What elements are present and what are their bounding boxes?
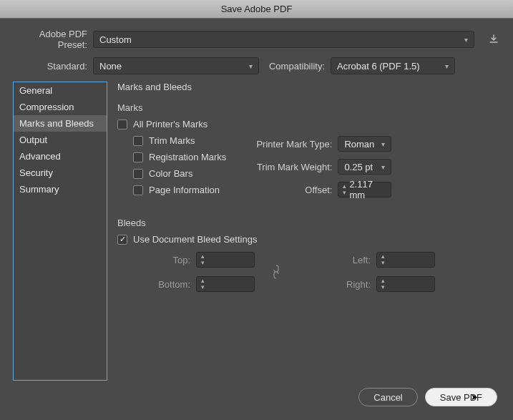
sidebar-item-advanced[interactable]: Advanced xyxy=(14,148,107,165)
stepper-icon: ▴▾ xyxy=(201,253,205,266)
chevron-down-icon: ▾ xyxy=(464,36,468,44)
save-pdf-button[interactable]: Save PDF ➤ xyxy=(425,388,497,406)
trim-marks-checkbox[interactable] xyxy=(133,136,143,146)
save-pdf-label: Save PDF xyxy=(440,392,482,403)
mark-type-value: Roman xyxy=(344,139,374,150)
mark-weight-label: Trim Mark Weight: xyxy=(243,162,338,172)
all-marks-checkbox[interactable] xyxy=(117,119,127,130)
registration-marks-label: Registration Marks xyxy=(149,152,226,162)
offset-input[interactable]: ▴▾ 2.117 mm xyxy=(338,182,391,197)
download-preset-icon[interactable] xyxy=(487,33,500,46)
sidebar-item-output[interactable]: Output xyxy=(14,132,107,148)
chevron-down-icon: ▾ xyxy=(445,62,449,70)
link-icon xyxy=(268,264,285,280)
color-bars-label: Color Bars xyxy=(149,168,192,179)
sidebar-item-marks-and-bleeds[interactable]: Marks and Bleeds xyxy=(14,115,107,132)
compat-select[interactable]: Acrobat 6 (PDF 1.5) ▾ xyxy=(331,57,455,74)
sidebar-item-compression[interactable]: Compression xyxy=(14,99,107,115)
bleed-bottom-input: ▴▾ xyxy=(196,276,255,292)
standard-value: None xyxy=(99,61,122,72)
sidebar-item-summary[interactable]: Summary xyxy=(14,181,107,197)
page-info-checkbox[interactable] xyxy=(133,185,143,195)
mark-type-label: Printer Mark Type: xyxy=(243,139,338,150)
panel-title: Marks and Bleeds xyxy=(117,82,497,92)
stepper-icon: ▴▾ xyxy=(381,278,385,290)
chevron-down-icon: ▾ xyxy=(381,140,385,148)
bleed-right-input: ▴▾ xyxy=(376,276,435,292)
sidebar-item-general[interactable]: General xyxy=(14,82,107,99)
preset-value: Custom xyxy=(99,34,132,45)
stepper-icon: ▴▾ xyxy=(381,253,385,266)
use-doc-bleed-checkbox[interactable] xyxy=(117,235,127,245)
offset-label: Offset: xyxy=(243,185,338,195)
chevron-down-icon: ▾ xyxy=(381,163,385,171)
cancel-button[interactable]: Cancel xyxy=(358,388,417,406)
category-sidebar: GeneralCompressionMarks and BleedsOutput… xyxy=(13,82,107,381)
bleeds-section-title: Bleeds xyxy=(117,218,497,228)
all-marks-label: All Printer's Marks xyxy=(133,119,207,130)
bleed-left-label: Left: xyxy=(298,255,376,265)
bleed-right-label: Right: xyxy=(298,279,376,290)
marks-section-title: Marks xyxy=(117,102,497,113)
mark-weight-select[interactable]: 0.25 pt ▾ xyxy=(338,159,391,175)
bleed-left-input: ▴▾ xyxy=(376,252,435,268)
preset-label: Adobe PDF Preset: xyxy=(13,29,93,50)
preset-select[interactable]: Custom ▾ xyxy=(93,31,474,48)
window-title: Save Adobe PDF xyxy=(0,0,513,19)
bleed-top-input: ▴▾ xyxy=(196,252,255,268)
stepper-icon: ▴▾ xyxy=(201,278,205,290)
bleed-top-label: Top: xyxy=(117,255,196,265)
bleed-bottom-label: Bottom: xyxy=(117,279,196,290)
standard-select[interactable]: None ▾ xyxy=(93,57,259,74)
trim-marks-label: Trim Marks xyxy=(149,135,195,146)
stepper-icon[interactable]: ▴▾ xyxy=(343,183,346,196)
chevron-down-icon: ▾ xyxy=(249,62,253,70)
mark-weight-value: 0.25 pt xyxy=(344,162,373,172)
compat-label: Compatibility: xyxy=(259,61,331,72)
registration-marks-checkbox[interactable] xyxy=(133,152,143,162)
sidebar-item-security[interactable]: Security xyxy=(14,165,107,181)
offset-value: 2.117 mm xyxy=(349,179,386,200)
standard-label: Standard: xyxy=(13,61,93,72)
page-info-label: Page Information xyxy=(149,185,220,195)
use-doc-bleed-label: Use Document Bleed Settings xyxy=(133,234,257,245)
color-bars-checkbox[interactable] xyxy=(133,169,143,179)
mark-type-select[interactable]: Roman ▾ xyxy=(338,136,391,152)
compat-value: Acrobat 6 (PDF 1.5) xyxy=(337,61,420,72)
